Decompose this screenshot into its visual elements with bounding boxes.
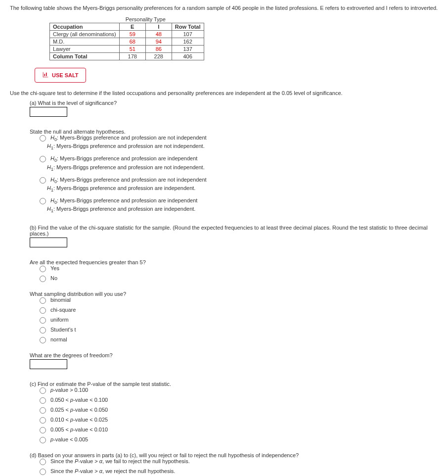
chart-icon <box>42 71 49 79</box>
table-row: M.D. 68 94 162 <box>50 38 204 46</box>
significance-input[interactable] <box>30 107 67 117</box>
cell-e: 68 <box>119 38 145 46</box>
th-e: E <box>119 23 145 31</box>
df-input[interactable] <box>30 359 67 369</box>
pv-3[interactable] <box>40 407 46 414</box>
hyp-option-2[interactable] <box>40 156 46 162</box>
pv-label: 0.010 < p-value < 0.025 <box>50 417 108 423</box>
ef-no[interactable] <box>40 276 46 282</box>
table-row: Lawyer 51 86 137 <box>50 46 204 53</box>
hyp-text: H1: Myers-Briggs preference and professi… <box>47 143 205 150</box>
cell-rt: 107 <box>172 31 204 38</box>
cell-occ: Column Total <box>50 53 120 60</box>
dist-uniform[interactable] <box>40 317 46 324</box>
dist-label: normal <box>50 336 67 342</box>
dec-1[interactable] <box>40 459 46 465</box>
use-salt-button[interactable]: USE SALT <box>35 68 86 83</box>
pv-4[interactable] <box>40 417 46 424</box>
pv-label: 0.050 < p-value < 0.100 <box>50 397 108 403</box>
table-row: Clergy (all denominations) 59 48 107 <box>50 31 204 38</box>
hyp-text: H1: Myers-Briggs preference and professi… <box>47 206 195 213</box>
pv-label: 0.005 < p-value < 0.010 <box>50 427 108 432</box>
ef-yes[interactable] <box>40 266 46 272</box>
dist-label: uniform <box>50 317 69 323</box>
dist-label: Student's t <box>50 327 76 333</box>
pv-label: p-value > 0.100 <box>50 387 88 393</box>
hyp-option-3[interactable] <box>40 177 46 184</box>
cell-e: 51 <box>119 46 145 53</box>
cell-i: 86 <box>145 46 172 53</box>
part-a-prompt: (a) What is the level of significance? <box>30 100 438 106</box>
cell-occ: Clergy (all denominations) <box>50 31 120 38</box>
dec-label: Since the P-value > α, we reject the nul… <box>50 468 175 474</box>
hyp-text: H0: Myers-Briggs preference and professi… <box>50 197 197 205</box>
expected-freq-prompt: Are all the expected frequencies greater… <box>30 259 438 265</box>
hypotheses-prompt: State the null and alternate hypotheses. <box>30 129 438 135</box>
pv-1[interactable] <box>40 387 46 394</box>
th-row-total: Row Total <box>172 23 204 31</box>
th-i: I <box>145 23 172 31</box>
hyp-text: H0: Myers-Briggs preference and professi… <box>50 155 197 163</box>
cell-i: 94 <box>145 38 172 46</box>
dec-label: Since the P-value > α, we fail to reject… <box>50 458 190 464</box>
cell-rt: 137 <box>172 46 204 53</box>
ef-no-label: No <box>50 275 57 281</box>
chi-square-input[interactable] <box>30 238 67 247</box>
salt-label: USE SALT <box>52 72 79 78</box>
pv-6[interactable] <box>40 437 46 443</box>
dist-student-t[interactable] <box>40 327 46 333</box>
pv-label: p-value < 0.005 <box>50 436 88 442</box>
hyp-text: H0: Myers-Briggs preference and professi… <box>50 177 207 184</box>
dec-2[interactable] <box>40 469 46 475</box>
cell-e: 178 <box>119 53 145 60</box>
part-b-prompt: (b) Find the value of the chi-square sta… <box>30 225 438 237</box>
ef-yes-label: Yes <box>50 265 59 271</box>
cell-occ: Lawyer <box>50 46 120 53</box>
part-d-prompt: (d) Based on your answers in parts (a) t… <box>30 452 438 458</box>
hyp-option-4[interactable] <box>40 198 46 204</box>
lead-in: Use the chi-square test to determine if … <box>10 90 438 96</box>
dist-chi-square[interactable] <box>40 307 46 314</box>
data-table: Personality Type Occupation E I Row Tota… <box>49 16 204 60</box>
dist-binomial[interactable] <box>40 297 46 304</box>
dist-normal[interactable] <box>40 337 46 343</box>
cell-rt: 162 <box>172 38 204 46</box>
group-header: Personality Type <box>119 16 172 23</box>
df-prompt: What are the degrees of freedom? <box>30 352 438 358</box>
dist-label: chi-square <box>50 307 76 313</box>
cell-rt: 406 <box>172 53 204 60</box>
intro-text: The following table shows the Myers-Brig… <box>10 5 438 11</box>
pv-label: 0.025 < p-value < 0.050 <box>50 407 108 413</box>
hyp-text: H1: Myers-Briggs preference and professi… <box>47 164 205 172</box>
cell-i: 228 <box>145 53 172 60</box>
cell-occ: M.D. <box>50 38 120 46</box>
cell-e: 59 <box>119 31 145 38</box>
dist-prompt: What sampling distribution will you use? <box>30 291 438 297</box>
table-row: Column Total 178 228 406 <box>50 53 204 60</box>
hyp-text: H1: Myers-Briggs preference and professi… <box>47 185 195 192</box>
dist-label: binomial <box>50 297 71 303</box>
hyp-text: H0: Myers-Briggs preference and professi… <box>50 135 207 142</box>
part-c-prompt: (c) Find or estimate the P-value of the … <box>30 381 438 387</box>
pv-5[interactable] <box>40 427 46 433</box>
hyp-option-1[interactable] <box>40 135 46 142</box>
cell-i: 48 <box>145 31 172 38</box>
th-occupation: Occupation <box>50 23 120 31</box>
pv-2[interactable] <box>40 397 46 404</box>
